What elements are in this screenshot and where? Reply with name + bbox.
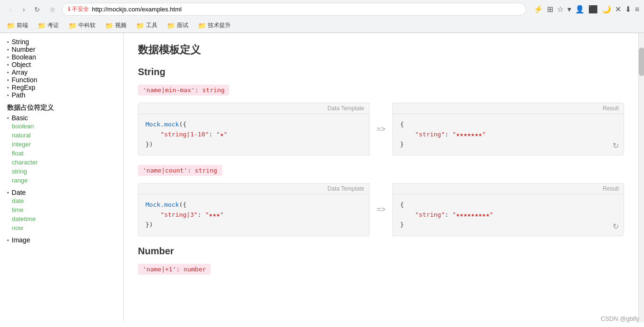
folder-icon: 📁: [136, 22, 144, 29]
star-icon[interactable]: ☆: [557, 5, 564, 14]
url-text: http://mockjs.com/examples.html: [92, 6, 182, 13]
main-content: 数据模板定义 String 'name|min-max': string Dat…: [124, 33, 638, 322]
chevron-down-icon[interactable]: ▾: [567, 5, 571, 14]
code-val-2: "★★★": [205, 211, 224, 218]
sidebar-sub-integer[interactable]: integer: [7, 140, 116, 149]
template-code-2: Mock.mock({ "string|3": "★★★" }): [138, 194, 369, 235]
right-scrollbar[interactable]: [638, 33, 644, 322]
sidebar-item-label: Object: [12, 61, 31, 68]
template-block-1: Data Template Mock.mock({ "string|1-10":…: [138, 103, 370, 155]
code-key-1: "string|1-10": [160, 131, 209, 138]
arrow-divider-2: =>: [370, 183, 393, 236]
bookmark-kaozhen[interactable]: 📁 考证: [36, 20, 61, 30]
sidebar-image-label: Image: [12, 236, 30, 244]
bullet-icon: •: [7, 77, 9, 83]
refresh-icon-2[interactable]: ↻: [613, 222, 619, 231]
sidebar-sub-date[interactable]: date: [7, 196, 116, 205]
cross-icon: ✕: [615, 5, 621, 14]
badge-name-count: 'name|count': string: [138, 165, 222, 176]
sidebar-sub-time[interactable]: time: [7, 205, 116, 214]
moon-icon: 🌙: [602, 5, 611, 14]
code-mock-2: Mock.mock: [146, 201, 179, 208]
bookmark-label: 视频: [115, 21, 127, 29]
reload-button[interactable]: ↻: [31, 4, 43, 15]
sidebar-item-object[interactable]: • Object: [7, 61, 116, 68]
forward-button[interactable]: ›: [18, 4, 29, 15]
bookmark-interview[interactable]: 📁 面试: [165, 20, 190, 30]
result-code-2: { "string": "★★★★★★★★★" }: [393, 194, 624, 235]
bookmarks-bar: 📁 前端 📁 考证 📁 中科软 📁 视频 📁 工具 📁 面试 📁 技术提升: [0, 19, 644, 33]
sidebar-item-array[interactable]: • Array: [7, 68, 116, 76]
bookmark-tools[interactable]: 📁 工具: [134, 20, 159, 30]
code-line: }): [146, 140, 362, 150]
bookmark-techtips[interactable]: 📁 技术提升: [196, 20, 233, 30]
result-header-1: Result: [393, 103, 624, 114]
result-key-1: "string": [415, 131, 445, 138]
nav-buttons: ‹ › ↻: [5, 4, 43, 15]
url-bar[interactable]: ℹ 不安全 http://mockjs.com/examples.html: [62, 3, 526, 16]
bullet-icon: •: [7, 93, 9, 98]
sidebar-item-label: Boolean: [12, 53, 36, 61]
sidebar-sub-datetime[interactable]: datetime: [7, 214, 116, 223]
menu-icon[interactable]: ≡: [635, 5, 639, 14]
bookmark-button[interactable]: ☆: [47, 4, 58, 15]
result-key-2: "string": [415, 211, 445, 218]
code-line: "string": "★★★★★★★": [400, 130, 616, 140]
template-header-1: Data Template: [138, 103, 369, 114]
example-string-2: Data Template Mock.mock({ "string|3": "★…: [138, 183, 624, 236]
code-mock-1: Mock.mock: [146, 121, 179, 128]
code-line: {: [400, 120, 616, 130]
sidebar-item-path[interactable]: • Path: [7, 91, 116, 99]
apps-icon: ⊞: [547, 5, 553, 14]
code-val-1: "★": [216, 131, 227, 138]
security-indicator: ℹ 不安全: [68, 5, 89, 13]
sidebar-sub-float[interactable]: float: [7, 149, 116, 158]
browser-toolbar: ‹ › ↻ ☆ ℹ 不安全 http://mockjs.com/examples…: [0, 0, 644, 19]
bookmark-label: 前端: [17, 21, 28, 29]
sidebar-item-label: RegExp: [12, 84, 36, 91]
browser-chrome: ‹ › ↻ ☆ ℹ 不安全 http://mockjs.com/examples…: [0, 0, 644, 33]
sidebar-item-function[interactable]: • Function: [7, 76, 116, 84]
bullet-icon: •: [7, 62, 9, 67]
sidebar-item-number[interactable]: • Number: [7, 46, 116, 53]
back-button[interactable]: ‹: [5, 4, 16, 15]
bullet-icon: •: [7, 70, 9, 75]
sidebar-section-basic[interactable]: • Basic: [7, 114, 116, 122]
bullet-icon: •: [7, 85, 9, 90]
refresh-icon-1[interactable]: ↻: [613, 141, 619, 150]
browser-icons: ⚡ ⊞ ☆ ▾ 👤 ⬛ 🌙 ✕ ⬇ ≡: [534, 5, 639, 14]
sidebar-sub-character[interactable]: character: [7, 158, 116, 167]
bullet-icon: •: [7, 47, 9, 52]
sidebar-item-regexp[interactable]: • RegExp: [7, 84, 116, 91]
sidebar-sub-now[interactable]: now: [7, 223, 116, 232]
code-line: "string|3": "★★★": [146, 210, 362, 220]
sidebar-sub-boolean[interactable]: boolean: [7, 122, 116, 131]
bullet-icon: •: [7, 190, 9, 195]
sidebar-sub-natural[interactable]: natural: [7, 131, 116, 140]
bookmark-video[interactable]: 📁 视频: [103, 20, 128, 30]
sidebar-section-image[interactable]: • Image: [7, 236, 116, 244]
sidebar-section-date[interactable]: • Date: [7, 189, 116, 196]
folder-icon: 📁: [105, 22, 113, 29]
result-val-2: "★★★★★★★★★": [452, 211, 493, 218]
code-line: }: [400, 140, 616, 150]
bookmark-zhongkeru[interactable]: 📁 中科软: [67, 20, 98, 30]
sidebar-item-label: String: [12, 38, 29, 46]
bullet-icon: •: [7, 115, 9, 121]
sidebar-sub-range[interactable]: range: [7, 176, 116, 185]
section-number-title: Number: [138, 246, 624, 257]
code-line: "string|1-10": "★": [146, 130, 362, 140]
code-line: Mock.mock({: [146, 120, 362, 130]
bullet-icon: •: [7, 55, 9, 60]
example-string-1: Data Template Mock.mock({ "string|1-10":…: [138, 103, 624, 155]
sidebar-basic-label: Basic: [12, 114, 28, 122]
sidebar-item-string[interactable]: • String: [7, 38, 116, 46]
folder-icon: 📁: [167, 22, 175, 29]
sidebar-item-boolean[interactable]: • Boolean: [7, 53, 116, 61]
code-key-2: "string|3": [160, 211, 197, 218]
sidebar-sub-string[interactable]: string: [7, 167, 116, 176]
page-layout: • String • Number • Boolean • Object • A…: [0, 33, 644, 322]
bookmark-qianduan[interactable]: 📁 前端: [5, 20, 30, 30]
result-code-1: { "string": "★★★★★★★" }: [393, 114, 624, 155]
extension-icon: 👤: [575, 5, 585, 14]
